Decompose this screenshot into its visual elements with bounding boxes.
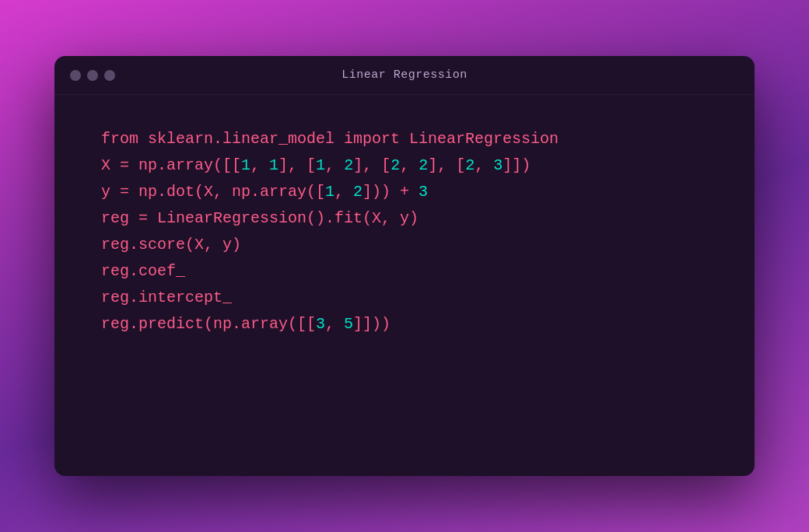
traffic-lights — [70, 70, 115, 81]
minimize-button[interactable] — [87, 70, 98, 81]
code-line-2: X = np.array([[1, 1], [1, 2], [2, 2], [2… — [101, 152, 708, 179]
window-title: Linear Regression — [341, 68, 468, 82]
code-line-7: reg.intercept_ — [101, 285, 708, 311]
code-line-6: reg.coef_ — [101, 258, 708, 285]
titlebar: Linear Regression — [54, 56, 755, 95]
code-line-5: reg.score(X, y) — [101, 232, 708, 258]
code-line-1: from sklearn.linear_model import LinearR… — [101, 126, 708, 152]
code-window: Linear Regression from sklearn.linear_mo… — [54, 56, 755, 476]
code-line-8: reg.predict(np.array([[3, 5]])) — [101, 311, 708, 338]
code-line-3: y = np.dot(X, np.array([1, 2])) + 3 — [101, 179, 708, 205]
code-area: from sklearn.linear_model import LinearR… — [54, 95, 755, 376]
close-button[interactable] — [70, 70, 81, 81]
code-line-4: reg = LinearRegression().fit(X, y) — [101, 205, 708, 232]
maximize-button[interactable] — [104, 70, 115, 81]
